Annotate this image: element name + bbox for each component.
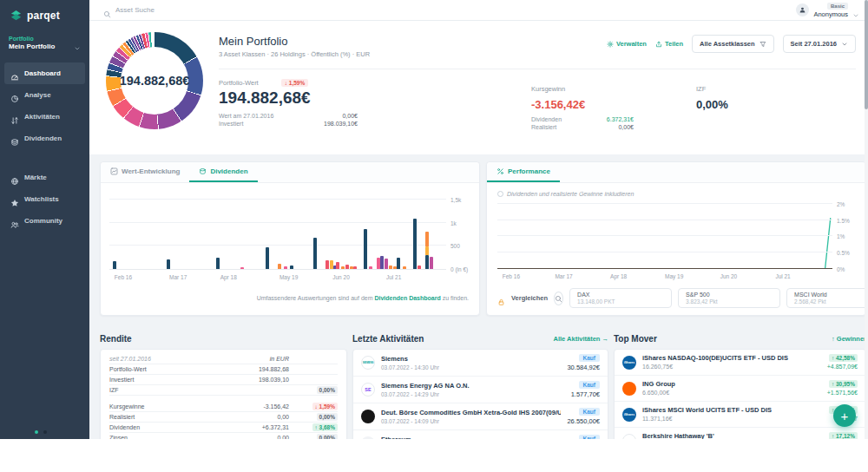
parqet-logo-icon <box>10 9 23 22</box>
benchmark-chips: DAX13.148,00 PKTS&P 5003.823,42 PktMSCI … <box>569 288 866 308</box>
portfolio-selector[interactable]: Portfolio Mein Portfolio <box>9 36 81 50</box>
donut-center-value: 194.882,68€ <box>120 74 190 88</box>
rendite-row-label: Investiert <box>109 377 202 383</box>
sidebar-item-watchlists[interactable]: Watchlists <box>4 188 85 210</box>
pagination-dot[interactable] <box>43 430 47 434</box>
sidebar-item-dashboard[interactable]: Dashboard <box>4 62 85 84</box>
activity-info: Siemens03.07.2022 - 14:30 Uhr <box>381 355 561 371</box>
activity-asset-name: Deut. Börse Commodities GmbH Xetra-Gold … <box>381 409 561 416</box>
lock-icon <box>497 294 505 302</box>
tab-wert-entwicklung[interactable]: Wert-Entwicklung <box>101 162 189 182</box>
page-title: Mein Portfolio <box>219 35 607 48</box>
all-activities-link[interactable]: Alle Aktivitäten → <box>554 335 609 343</box>
dividenden-value: 6.372,31€ <box>607 116 634 122</box>
include-dividends-checkbox[interactable]: Dividenden und realisierte Gewinne inklu… <box>497 188 832 199</box>
rendite-row-value: -3.156,42 <box>202 403 289 410</box>
dividenden-dashboard-link[interactable]: Dividenden Dashboard <box>374 295 440 301</box>
dividends-footer: Umfassendere Auswertungen sind auf dem D… <box>111 295 469 301</box>
bar <box>336 262 339 269</box>
bar <box>425 255 429 269</box>
top-mover-row[interactable]: iSharesiShares MSCI World UCITS ETF - US… <box>615 402 865 428</box>
performance-chart-card: Performance Dividenden und realisierte G… <box>486 161 866 316</box>
brand-logo[interactable]: parqet <box>0 0 89 27</box>
bar <box>397 258 400 269</box>
bar <box>290 266 293 269</box>
sidebar-item-dividenden[interactable]: Dividenden <box>4 128 85 149</box>
pagination-dot-active[interactable] <box>35 430 38 434</box>
tab-dividenden[interactable]: Dividenden <box>189 162 257 182</box>
teilen-button[interactable]: Teilen <box>655 40 683 48</box>
bar <box>380 256 384 269</box>
activity-values: Kauf30.584,92€ <box>567 354 600 371</box>
sidebar-item-community[interactable]: Community <box>4 210 85 232</box>
scrollbar-thumb[interactable] <box>865 0 868 109</box>
activity-amount: 30.584,92€ <box>567 364 600 371</box>
activity-values: Kauf1.577,70€ <box>571 381 600 398</box>
sidebar-item-markte[interactable]: Märkte <box>4 167 85 188</box>
brand-name: parqet <box>27 10 60 22</box>
percent-badge: 0,00% <box>317 413 338 421</box>
benchmark-chip-s-p-500[interactable]: S&P 5003.823,42 Pkt <box>678 288 780 308</box>
activity-values: Kauf <box>579 435 600 439</box>
activities-title: Letzte Aktivitäten <box>352 334 424 344</box>
dividends-bar-chart[interactable]: 0 (in €)5001k1,5k <box>109 197 446 270</box>
top-mover-row[interactable]: Berkshire Hathaway 'B'↑ 17,12% <box>615 428 865 439</box>
zeitraum-label: Seit 27.01.2016 <box>791 40 837 48</box>
gridline <box>497 203 832 204</box>
top-mover-row[interactable]: iSharesiShares NASDAQ-100(DE)UCITS ETF -… <box>615 350 865 376</box>
tab-wert-label: Wert-Entwicklung <box>122 167 180 175</box>
rendite-row-badge: 0,00% <box>301 413 338 421</box>
sidebar-item-label: Märkte <box>24 174 47 181</box>
activity-row[interactable]: Deut. Börse Commodities GmbH Xetra-Gold … <box>353 403 608 430</box>
sidebar-nav-primary: DashboardAnalyseAktivitätenDividenden <box>0 62 89 149</box>
zeitraum-dropdown[interactable]: Seit 27.01.2016 <box>783 35 856 53</box>
sidebar-item-aktivitaten[interactable]: Aktivitäten <box>4 106 85 128</box>
axis-tick-label: Jul 21 <box>386 274 401 280</box>
sidebar-item-analyse[interactable]: Analyse <box>4 84 85 106</box>
compare-search-button[interactable] <box>554 292 563 305</box>
watchlists-icon <box>10 195 19 204</box>
portfolio-wert-label: Portfolio-Wert <box>219 79 259 87</box>
benchmark-chip-dax[interactable]: DAX13.148,00 PKT <box>569 288 672 308</box>
gewinner-link[interactable]: ↑ Gewinner <box>832 335 866 343</box>
rendite-table: seit 27.01.2016in EURPortfolio-Wert194.8… <box>100 349 347 439</box>
mover-asset-name: ING Group <box>642 380 821 388</box>
axis-tick-label: 0% <box>837 266 845 272</box>
verwalten-button[interactable]: Verwalten <box>607 40 647 48</box>
bar <box>313 238 317 269</box>
assetklassen-filter-button[interactable]: Alle Assetklassen <box>692 35 774 53</box>
benchmark-chip-msci-world[interactable]: MSCI World2.568,42 Pkt <box>786 288 866 308</box>
activity-date: 03.07.2022 - 14:29 Uhr <box>381 391 565 398</box>
dividends-icon <box>199 167 207 175</box>
rendite-row-portfolio-wert: Portfolio-Wert194.882,68 <box>109 364 338 375</box>
asset-search-input[interactable]: Asset Suche <box>103 6 796 14</box>
dividends-chart-card: Wert-Entwicklung Dividenden 0 (in €)5001… <box>100 161 480 316</box>
user-menu[interactable]: Basic Anonymous <box>796 3 859 18</box>
top-mover-row[interactable]: ING Group6.650,00€↑ 30,95%+1.571,56€ <box>615 376 865 402</box>
activity-row[interactable]: SESiemens Energy AG NA O.N.03.07.2022 - … <box>353 377 608 403</box>
footer-text: zu finden. <box>441 295 469 301</box>
dashboard-icon <box>10 69 19 78</box>
chevron-down-icon <box>841 41 848 48</box>
percent-badge: 0,00% <box>317 386 338 394</box>
gridline <box>109 222 446 223</box>
mover-position-value: 16.260,75€ <box>642 364 821 370</box>
izf-value: 0,00% <box>696 98 856 111</box>
percent-badge: ↓ 1,59% <box>312 403 339 410</box>
allocation-donut-chart[interactable]: 194.882,68€ <box>106 32 203 129</box>
add-button[interactable]: + <box>833 404 856 427</box>
tab-performance[interactable]: Performance <box>487 162 560 182</box>
bar <box>377 258 380 269</box>
tab-performance-label: Performance <box>508 167 550 175</box>
activity-row[interactable]: ◆EthereumKauf <box>353 430 608 439</box>
rendite-row-label: Zinsen <box>109 435 202 439</box>
sidebar-pagination-dots <box>35 430 47 434</box>
gridline <box>497 220 832 220</box>
investiert-label: Investiert <box>219 121 324 127</box>
activity-row[interactable]: SIEMENSSiemens03.07.2022 - 14:30 UhrKauf… <box>353 350 608 377</box>
activity-asset-name: Siemens Energy AG NA O.N. <box>381 382 565 390</box>
bar <box>266 247 269 269</box>
footer-text: Umfassendere Auswertungen sind auf dem <box>257 295 375 301</box>
performance-line-chart[interactable]: 0%0.5%1%1.5%2% <box>497 200 832 269</box>
wert-am-value: 0,00€ <box>342 113 358 119</box>
